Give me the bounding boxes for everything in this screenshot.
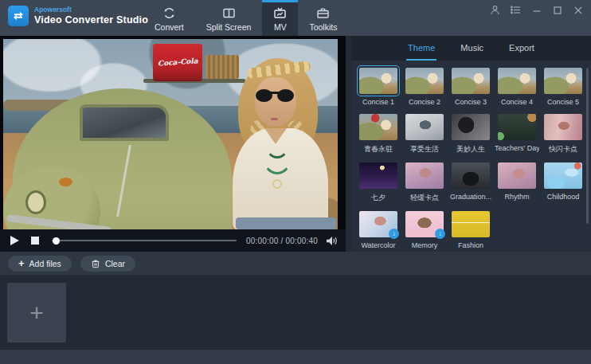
theme-thumbnail[interactable] [359, 68, 397, 94]
theme-thumbnail[interactable] [452, 68, 490, 94]
main-tabs: Convert Split Screen MV [143, 0, 348, 36]
car-blinker [59, 178, 72, 186]
theme-thumbnail[interactable] [544, 114, 582, 140]
download-badge-icon: ↓ [389, 229, 399, 239]
plus-icon: + [29, 301, 44, 325]
theme-label: Graduation... [448, 193, 493, 201]
jeans [236, 217, 336, 229]
theme-label: Concise 4 [495, 98, 539, 106]
mv-icon [273, 6, 287, 20]
theme-label: Fashion [448, 241, 493, 249]
menu-icon[interactable] [511, 5, 521, 15]
tab-convert-label: Convert [155, 22, 184, 32]
theme-label: 轻缓卡点 [402, 193, 447, 203]
clear-button[interactable]: Clear [80, 256, 135, 272]
stop-button[interactable] [31, 237, 39, 245]
cola-cooler: Coca-Cola [153, 44, 202, 80]
theme-item[interactable]: Rhythm [498, 162, 536, 203]
seek-bar[interactable] [52, 240, 237, 241]
theme-label: 青春永驻 [356, 144, 401, 155]
seek-handle[interactable] [53, 237, 60, 245]
theme-thumbnail[interactable] [452, 114, 490, 140]
trash-icon [91, 258, 100, 268]
main-area: Coca-Cola [0, 36, 591, 252]
window-controls [490, 5, 583, 15]
theme-item[interactable]: ↓Memory [405, 211, 444, 249]
theme-label: Rhythm [495, 193, 539, 201]
clear-label: Clear [105, 259, 125, 268]
theme-thumbnail[interactable] [452, 211, 490, 237]
tab-mv-label: MV [274, 22, 287, 32]
theme-thumbnail[interactable] [359, 114, 397, 140]
cooler-logo-text: Coca-Cola [157, 57, 198, 68]
convert-icon [162, 6, 176, 20]
theme-label: Teachers' Day [495, 144, 539, 152]
titlebar: Apowersoft Video Converter Studio Conver… [0, 0, 591, 36]
theme-item[interactable]: Concise 1 [359, 68, 397, 106]
theme-item[interactable]: 美妙人生 [452, 114, 490, 155]
add-files-button[interactable]: + Add files [8, 256, 72, 272]
theme-item[interactable]: Concise 2 [405, 68, 444, 106]
theme-item[interactable]: Teachers' Day [498, 114, 536, 155]
theme-thumbnail[interactable] [498, 162, 536, 189]
tab-split-screen[interactable]: Split Screen [195, 0, 263, 36]
theme-label: 七夕 [356, 193, 401, 203]
theme-thumbnail[interactable] [405, 162, 444, 189]
close-button[interactable] [573, 5, 583, 15]
split-screen-icon [222, 6, 236, 20]
tab-music[interactable]: Music [459, 36, 485, 61]
theme-item[interactable]: Concise 4 [498, 68, 536, 106]
theme-label: Concise 2 [402, 98, 447, 106]
tab-theme[interactable]: Theme [406, 36, 436, 61]
theme-thumbnail[interactable] [452, 162, 490, 189]
theme-item[interactable]: 快闪卡点 [544, 114, 582, 155]
theme-label: Watercolor [356, 241, 401, 249]
theme-item[interactable]: Concise 3 [452, 68, 490, 106]
theme-item[interactable]: Childhood [544, 162, 582, 203]
brand-name: Apowersoft [34, 6, 148, 14]
theme-thumbnail[interactable] [544, 162, 582, 189]
tab-toolkits[interactable]: Toolkits [298, 0, 348, 36]
download-badge-icon: ↓ [435, 229, 445, 239]
theme-item[interactable]: Graduation... [452, 162, 490, 203]
panel-tabs: Theme Music Export [351, 36, 591, 61]
plus-icon: + [18, 258, 25, 268]
theme-label: Childhood [541, 193, 585, 201]
car-headlight [25, 190, 46, 214]
theme-thumbnail[interactable] [498, 114, 536, 140]
maximize-button[interactable] [552, 5, 562, 15]
pendant [272, 179, 282, 189]
tab-split-screen-label: Split Screen [206, 22, 252, 32]
app-logo: Apowersoft Video Converter Studio [8, 6, 148, 26]
add-file-tile[interactable]: + [7, 283, 66, 342]
theme-item[interactable]: 享受生活 [405, 114, 444, 155]
theme-item[interactable]: 七夕 [359, 162, 397, 203]
tab-convert[interactable]: Convert [143, 0, 195, 36]
user-icon[interactable] [490, 5, 500, 15]
theme-label: Concise 3 [448, 98, 493, 106]
theme-thumbnail[interactable] [405, 68, 444, 94]
theme-thumbnail[interactable] [498, 68, 536, 94]
theme-label: 美妙人生 [448, 144, 493, 155]
theme-thumbnail[interactable] [544, 68, 582, 94]
theme-item[interactable]: 轻缓卡点 [405, 162, 444, 203]
theme-item[interactable]: Concise 5 [544, 68, 582, 106]
minimize-button[interactable] [531, 5, 542, 15]
video-preview[interactable]: Coca-Cola [0, 36, 346, 229]
tab-export[interactable]: Export [507, 36, 536, 61]
theme-grid: Concise 1Concise 2Concise 3Concise 4Conc… [351, 61, 591, 249]
play-button[interactable] [10, 236, 19, 245]
theme-thumbnail[interactable]: ↓ [359, 211, 397, 237]
theme-item[interactable]: Fashion [452, 211, 490, 249]
file-toolbar: + Add files Clear [0, 252, 591, 275]
theme-thumbnail[interactable]: ↓ [405, 211, 444, 237]
theme-item[interactable]: 青春永驻 [359, 114, 397, 155]
theme-item[interactable]: ↓Watercolor [359, 211, 397, 249]
theme-thumbnail[interactable] [359, 162, 397, 189]
playback-controls: 00:00:00 / 00:00:40 [0, 229, 346, 252]
theme-thumbnail[interactable] [405, 114, 444, 140]
panel-scrollbar[interactable] [586, 68, 589, 224]
tab-mv[interactable]: MV [262, 0, 298, 36]
roof-basket [205, 55, 239, 79]
volume-icon[interactable] [326, 236, 338, 246]
